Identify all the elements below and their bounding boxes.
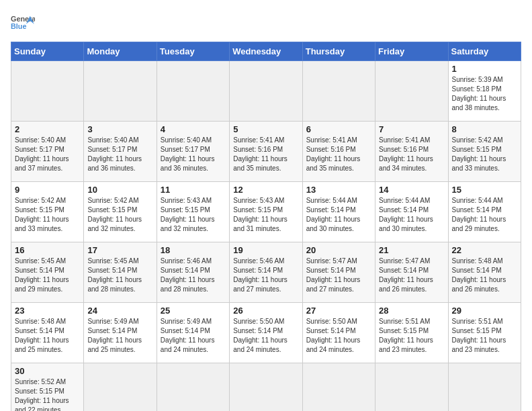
day-info: Sunrise: 5:40 AM Sunset: 5:17 PM Dayligh… — [15, 136, 80, 173]
calendar-cell: 20Sunrise: 5:47 AM Sunset: 5:14 PM Dayli… — [302, 242, 375, 303]
day-info: Sunrise: 5:48 AM Sunset: 5:14 PM Dayligh… — [15, 317, 80, 355]
day-number: 13 — [306, 185, 371, 195]
day-number: 29 — [452, 306, 517, 316]
calendar-cell — [230, 363, 302, 412]
day-number: 8 — [452, 124, 517, 134]
calendar-cell — [302, 363, 375, 412]
calendar-cell: 25Sunrise: 5:49 AM Sunset: 5:14 PM Dayli… — [157, 303, 229, 363]
day-number: 30 — [15, 366, 80, 376]
calendar-cell: 7Sunrise: 5:41 AM Sunset: 5:16 PM Daylig… — [375, 122, 448, 182]
day-info: Sunrise: 5:51 AM Sunset: 5:15 PM Dayligh… — [452, 317, 517, 355]
weekday-header-thursday: Thursday — [302, 42, 375, 61]
day-info: Sunrise: 5:40 AM Sunset: 5:17 PM Dayligh… — [87, 136, 152, 173]
day-number: 1 — [452, 64, 517, 74]
calendar-cell: 4Sunrise: 5:40 AM Sunset: 5:17 PM Daylig… — [157, 122, 229, 182]
calendar-table: SundayMondayTuesdayWednesdayThursdayFrid… — [11, 42, 521, 411]
day-info: Sunrise: 5:43 AM Sunset: 5:15 PM Dayligh… — [233, 196, 298, 234]
day-info: Sunrise: 5:46 AM Sunset: 5:14 PM Dayligh… — [233, 257, 298, 294]
calendar-cell: 30Sunrise: 5:52 AM Sunset: 5:15 PM Dayli… — [11, 363, 84, 412]
day-info: Sunrise: 5:50 AM Sunset: 5:14 PM Dayligh… — [306, 317, 371, 355]
calendar-cell — [302, 61, 375, 122]
day-number: 5 — [233, 124, 298, 134]
weekday-header-friday: Friday — [375, 42, 448, 61]
day-info: Sunrise: 5:48 AM Sunset: 5:14 PM Dayligh… — [452, 257, 517, 294]
day-number: 9 — [15, 185, 80, 195]
day-number: 18 — [161, 245, 226, 255]
day-info: Sunrise: 5:41 AM Sunset: 5:16 PM Dayligh… — [306, 136, 371, 173]
calendar-cell: 8Sunrise: 5:42 AM Sunset: 5:15 PM Daylig… — [448, 122, 521, 182]
calendar-cell — [448, 363, 521, 412]
calendar-cell: 24Sunrise: 5:49 AM Sunset: 5:14 PM Dayli… — [84, 303, 157, 363]
day-info: Sunrise: 5:41 AM Sunset: 5:16 PM Dayligh… — [233, 136, 298, 173]
day-info: Sunrise: 5:41 AM Sunset: 5:16 PM Dayligh… — [379, 136, 444, 173]
day-number: 24 — [87, 306, 152, 316]
day-number: 23 — [15, 306, 80, 316]
day-info: Sunrise: 5:51 AM Sunset: 5:15 PM Dayligh… — [379, 317, 444, 355]
calendar-cell — [11, 61, 84, 122]
calendar-cell: 2Sunrise: 5:40 AM Sunset: 5:17 PM Daylig… — [11, 122, 84, 182]
day-number: 3 — [87, 124, 152, 134]
day-number: 28 — [379, 306, 444, 316]
svg-text:Blue: Blue — [11, 22, 26, 30]
day-info: Sunrise: 5:43 AM Sunset: 5:15 PM Dayligh… — [161, 196, 226, 234]
day-number: 17 — [87, 245, 152, 255]
day-info: Sunrise: 5:46 AM Sunset: 5:14 PM Dayligh… — [161, 257, 226, 294]
calendar-cell: 23Sunrise: 5:48 AM Sunset: 5:14 PM Dayli… — [11, 303, 84, 363]
calendar-cell: 19Sunrise: 5:46 AM Sunset: 5:14 PM Dayli… — [230, 242, 302, 303]
calendar-cell: 27Sunrise: 5:50 AM Sunset: 5:14 PM Dayli… — [302, 303, 375, 363]
day-number: 2 — [15, 124, 80, 134]
day-info: Sunrise: 5:42 AM Sunset: 5:15 PM Dayligh… — [87, 196, 152, 234]
calendar-cell: 26Sunrise: 5:50 AM Sunset: 5:14 PM Dayli… — [230, 303, 302, 363]
calendar-cell — [157, 363, 229, 412]
day-info: Sunrise: 5:49 AM Sunset: 5:14 PM Dayligh… — [87, 317, 152, 355]
calendar-cell: 3Sunrise: 5:40 AM Sunset: 5:17 PM Daylig… — [84, 122, 157, 182]
day-info: Sunrise: 5:47 AM Sunset: 5:14 PM Dayligh… — [379, 257, 444, 294]
day-info: Sunrise: 5:47 AM Sunset: 5:14 PM Dayligh… — [306, 257, 371, 294]
day-number: 20 — [306, 245, 371, 255]
day-number: 11 — [161, 185, 226, 195]
day-number: 7 — [379, 124, 444, 134]
calendar-cell: 13Sunrise: 5:44 AM Sunset: 5:14 PM Dayli… — [302, 182, 375, 242]
calendar-cell — [375, 61, 448, 122]
day-number: 25 — [161, 306, 226, 316]
day-info: Sunrise: 5:40 AM Sunset: 5:17 PM Dayligh… — [161, 136, 226, 173]
day-info: Sunrise: 5:52 AM Sunset: 5:15 PM Dayligh… — [15, 377, 80, 411]
day-info: Sunrise: 5:42 AM Sunset: 5:15 PM Dayligh… — [452, 136, 517, 173]
day-number: 22 — [452, 245, 517, 255]
calendar-cell: 1Sunrise: 5:39 AM Sunset: 5:18 PM Daylig… — [448, 61, 521, 122]
weekday-header-monday: Monday — [84, 42, 157, 61]
day-info: Sunrise: 5:45 AM Sunset: 5:14 PM Dayligh… — [87, 257, 152, 294]
calendar-cell: 17Sunrise: 5:45 AM Sunset: 5:14 PM Dayli… — [84, 242, 157, 303]
day-number: 14 — [379, 185, 444, 195]
calendar-cell: 9Sunrise: 5:42 AM Sunset: 5:15 PM Daylig… — [11, 182, 84, 242]
day-info: Sunrise: 5:44 AM Sunset: 5:14 PM Dayligh… — [452, 196, 517, 234]
day-info: Sunrise: 5:44 AM Sunset: 5:14 PM Dayligh… — [379, 196, 444, 234]
calendar-cell — [84, 363, 157, 412]
calendar-cell — [84, 61, 157, 122]
calendar-cell: 5Sunrise: 5:41 AM Sunset: 5:16 PM Daylig… — [230, 122, 302, 182]
weekday-header-tuesday: Tuesday — [157, 42, 229, 61]
day-number: 6 — [306, 124, 371, 134]
calendar-cell — [375, 363, 448, 412]
weekday-header-row: SundayMondayTuesdayWednesdayThursdayFrid… — [11, 42, 521, 61]
day-info: Sunrise: 5:50 AM Sunset: 5:14 PM Dayligh… — [233, 317, 298, 355]
calendar-cell: 15Sunrise: 5:44 AM Sunset: 5:14 PM Dayli… — [448, 182, 521, 242]
weekday-header-saturday: Saturday — [448, 42, 521, 61]
day-info: Sunrise: 5:42 AM Sunset: 5:15 PM Dayligh… — [15, 196, 80, 234]
day-number: 10 — [87, 185, 152, 195]
day-number: 19 — [233, 245, 298, 255]
day-number: 27 — [306, 306, 371, 316]
day-number: 12 — [233, 185, 298, 195]
calendar-cell: 10Sunrise: 5:42 AM Sunset: 5:15 PM Dayli… — [84, 182, 157, 242]
logo-icon: General Blue — [11, 11, 35, 35]
weekday-header-wednesday: Wednesday — [230, 42, 302, 61]
day-info: Sunrise: 5:49 AM Sunset: 5:14 PM Dayligh… — [161, 317, 226, 355]
calendar-cell: 18Sunrise: 5:46 AM Sunset: 5:14 PM Dayli… — [157, 242, 229, 303]
day-info: Sunrise: 5:44 AM Sunset: 5:14 PM Dayligh… — [306, 196, 371, 234]
calendar-cell: 11Sunrise: 5:43 AM Sunset: 5:15 PM Dayli… — [157, 182, 229, 242]
day-info: Sunrise: 5:39 AM Sunset: 5:18 PM Dayligh… — [452, 75, 517, 113]
logo: General Blue — [11, 11, 38, 35]
calendar-cell: 6Sunrise: 5:41 AM Sunset: 5:16 PM Daylig… — [302, 122, 375, 182]
day-number: 26 — [233, 306, 298, 316]
day-info: Sunrise: 5:45 AM Sunset: 5:14 PM Dayligh… — [15, 257, 80, 294]
